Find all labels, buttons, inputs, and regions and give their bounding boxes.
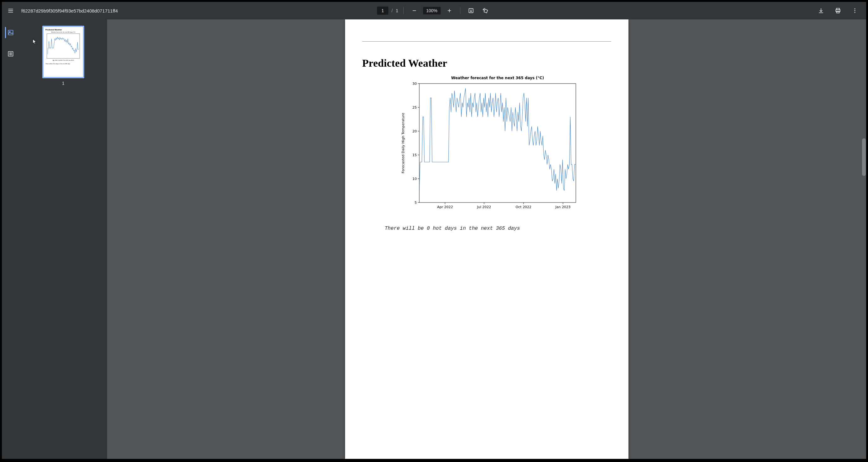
- svg-text:Jan 2023: Jan 2023: [555, 205, 570, 209]
- zoom-level[interactable]: 100%: [423, 7, 441, 14]
- page-total: 1: [396, 8, 398, 13]
- document-title: f62287d29b9f305f94f93e57bd2408d071711ff4: [21, 8, 118, 13]
- svg-point-16: [855, 12, 856, 13]
- rotate-button[interactable]: [480, 5, 491, 16]
- chart-caption: There will be 0 hot days in the next 365…: [385, 226, 611, 231]
- svg-text:Apr 2022: Apr 2022: [437, 205, 453, 209]
- sidebar-rail: [2, 20, 20, 459]
- thumbnails-icon[interactable]: [5, 27, 16, 38]
- svg-point-15: [855, 10, 856, 11]
- svg-text:Jul 2022: Jul 2022: [476, 205, 491, 209]
- pdf-page-1: Predicted Weather Weather forecast for t…: [345, 20, 628, 459]
- menu-icon[interactable]: [5, 5, 16, 16]
- toolbar-divider: [403, 7, 404, 14]
- page-thumbnail-1[interactable]: Predicted Weather Weather forecast for t…: [42, 26, 84, 78]
- svg-text:Weather forecast for the next : Weather forecast for the next 365 days (…: [451, 76, 544, 80]
- print-button[interactable]: [832, 5, 844, 16]
- horizontal-rule: [362, 41, 611, 42]
- zoom-in-button[interactable]: [444, 5, 455, 16]
- svg-text:Forecasted Daily High Temperat: Forecasted Daily High Temperature: [401, 113, 405, 173]
- more-menu-button[interactable]: [849, 5, 861, 16]
- thumbnail-panel: Predicted Weather Weather forecast for t…: [20, 20, 107, 459]
- svg-text:10: 10: [412, 177, 417, 181]
- thumbnail-label: 1: [62, 81, 64, 86]
- page-separator: /: [392, 8, 393, 13]
- svg-text:5: 5: [414, 201, 417, 205]
- svg-text:25: 25: [412, 105, 417, 109]
- svg-text:Oct 2022: Oct 2022: [516, 205, 532, 209]
- download-button[interactable]: [815, 5, 827, 16]
- page-heading: Predicted Weather: [362, 57, 611, 69]
- svg-point-14: [855, 8, 856, 9]
- svg-text:20: 20: [412, 129, 417, 133]
- document-canvas[interactable]: Predicted Weather Weather forecast for t…: [107, 20, 866, 459]
- pdf-toolbar: f62287d29b9f305f94f93e57bd2408d071711ff4…: [2, 2, 866, 20]
- vertical-scrollbar[interactable]: [862, 20, 866, 459]
- weather-chart: Weather forecast for the next 365 days (…: [390, 75, 584, 211]
- svg-text:15: 15: [412, 153, 417, 157]
- fit-page-button[interactable]: [465, 5, 476, 16]
- page-number-input[interactable]: [377, 7, 388, 15]
- svg-rect-17: [8, 30, 13, 35]
- svg-text:30: 30: [412, 82, 417, 86]
- toolbar-divider: [460, 7, 460, 14]
- svg-rect-8: [484, 9, 488, 13]
- zoom-out-button[interactable]: [409, 5, 420, 16]
- scrollbar-thumb[interactable]: [862, 138, 866, 176]
- outline-icon[interactable]: [5, 48, 16, 60]
